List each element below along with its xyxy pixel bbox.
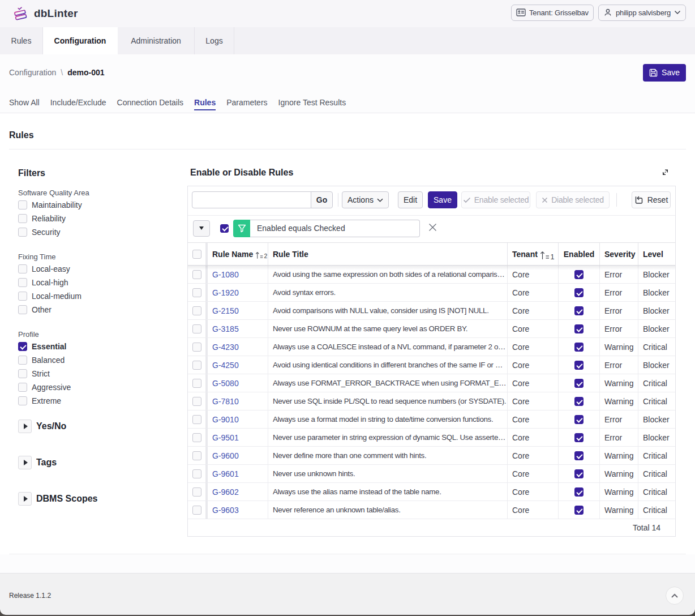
svg-text:1: 1 — [550, 253, 554, 260]
svg-text:2: 2 — [264, 253, 268, 259]
